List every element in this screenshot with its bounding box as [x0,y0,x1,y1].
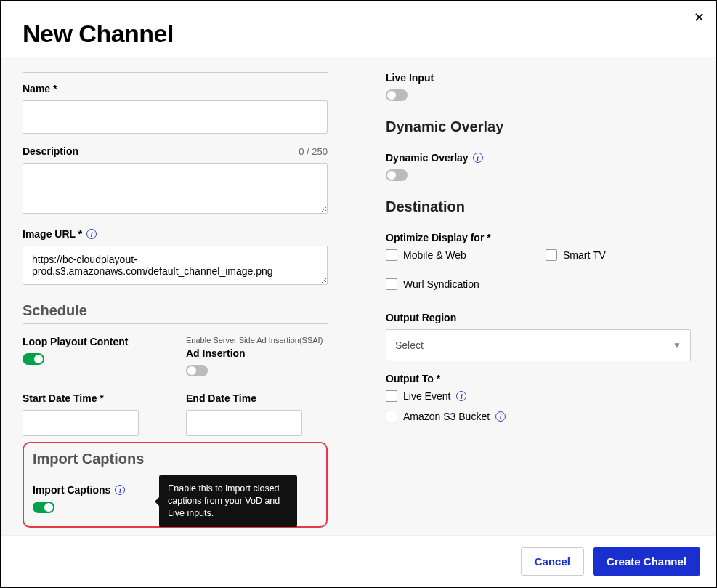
live-input-label: Live Input [386,72,691,84]
end-datetime-label: End Date Time [186,392,328,404]
image-url-input[interactable] [23,246,328,285]
live-input-toggle[interactable] [386,89,408,101]
import-captions-section-title: Import Captions [33,451,317,472]
image-url-label: Image URL * i [23,228,328,240]
s3-bucket-label: Amazon S3 Bucket [403,411,490,422]
close-icon[interactable]: ✕ [694,9,705,25]
ad-insertion-label: Ad Insertion [186,347,328,359]
description-input[interactable] [23,163,328,214]
ssai-note: Enable Server Side Ad Insertion(SSAI) [186,336,328,345]
import-captions-tooltip: Enable this to import closed captions fr… [159,475,297,527]
live-event-checkbox[interactable] [386,390,397,402]
description-label: Description [23,145,78,157]
wurl-label: Wurl Syndication [403,278,479,290]
info-icon[interactable]: i [473,153,483,163]
smarttv-label: Smart TV [563,249,606,261]
output-region-label: Output Region [386,312,691,323]
create-channel-button[interactable]: Create Channel [593,547,700,576]
info-icon[interactable]: i [86,229,97,239]
loop-playout-toggle[interactable] [23,353,44,365]
start-datetime-input[interactable] [23,410,139,436]
dynamic-overlay-toggle[interactable] [386,169,408,181]
dynamic-overlay-section-title: Dynamic Overlay [386,118,691,140]
info-icon[interactable]: i [495,411,506,422]
info-icon[interactable]: i [115,485,125,495]
chevron-down-icon: ▼ [673,340,681,350]
s3-bucket-checkbox[interactable] [386,411,397,422]
output-region-select[interactable]: Select ▼ [386,329,691,361]
info-icon[interactable]: i [456,391,466,401]
live-event-label: Live Event [403,390,450,402]
name-label: Name * [23,83,328,94]
divider [23,72,328,73]
schedule-section-title: Schedule [23,302,328,324]
cancel-button[interactable]: Cancel [521,547,584,576]
mobile-web-label: Mobile & Web [403,249,466,261]
import-captions-highlight: Import Captions Import Captions i Enable… [23,442,328,528]
mobile-web-checkbox[interactable] [386,249,397,261]
smarttv-checkbox[interactable] [546,249,557,261]
dynamic-overlay-label: Dynamic Overlay i [386,152,691,164]
start-datetime-label: Start Date Time * [23,392,164,404]
description-counter: 0 / 250 [299,146,328,157]
destination-section-title: Destination [386,198,691,220]
loop-playout-label: Loop Playout Content [23,336,164,347]
wurl-checkbox[interactable] [386,278,397,290]
output-to-label: Output To * [386,373,691,384]
import-captions-toggle[interactable] [33,502,54,513]
ad-insertion-toggle[interactable] [186,365,208,376]
page-title: New Channel [1,1,716,57]
optimize-display-label: Optimize Display for * [386,232,691,243]
end-datetime-input[interactable] [186,410,302,436]
name-input[interactable] [23,100,328,134]
